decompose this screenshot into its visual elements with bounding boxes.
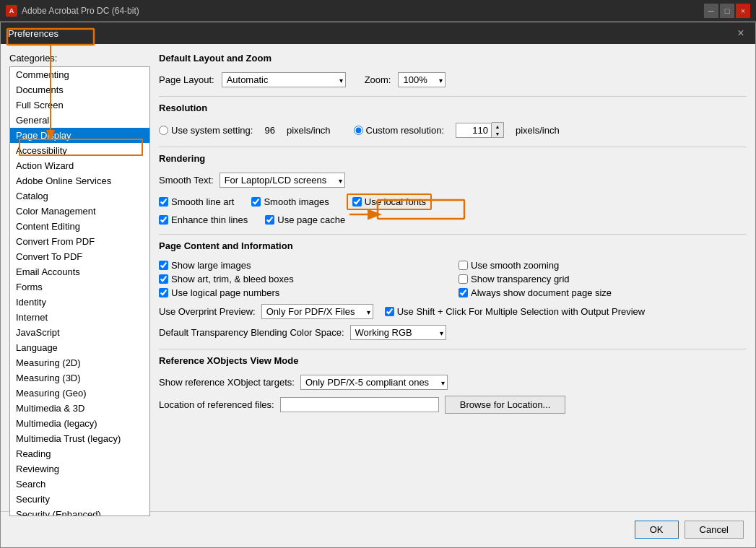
cat-measuring-3d[interactable]: Measuring (3D) bbox=[10, 370, 149, 386]
use-smooth-zooming-checkbox-label[interactable]: Use smooth zooming bbox=[459, 260, 747, 271]
smooth-line-art-checkbox[interactable] bbox=[159, 197, 168, 206]
overprint-label: Use Overprint Preview: bbox=[159, 306, 256, 317]
transparency-select-wrap[interactable]: Working RGB Working CMYK Document RGB Do… bbox=[350, 325, 446, 340]
cat-documents[interactable]: Documents bbox=[10, 82, 149, 97]
spinbox-up-button[interactable]: ▲ bbox=[492, 123, 503, 130]
cat-identity[interactable]: Identity bbox=[10, 295, 149, 310]
always-show-doc-page-size-checkbox-label[interactable]: Always show document page size bbox=[459, 287, 747, 298]
always-show-doc-page-size-checkbox[interactable] bbox=[459, 288, 468, 297]
browse-location-button[interactable]: Browse for Location... bbox=[445, 396, 566, 414]
smooth-images-checkbox-label[interactable]: Smooth images bbox=[251, 196, 329, 207]
transparency-select[interactable]: Working RGB Working CMYK Document RGB Do… bbox=[350, 325, 446, 340]
layout-section-title: Default Layout and Zoom bbox=[159, 53, 747, 66]
enhance-thin-lines-checkbox[interactable] bbox=[159, 215, 168, 225]
zoom-select-wrap[interactable]: 50% 75% 100% 125% 150% 200% bbox=[398, 72, 446, 87]
enhance-thin-lines-label: Enhance thin lines bbox=[171, 214, 248, 225]
zoom-select[interactable]: 50% 75% 100% 125% 150% 200% bbox=[398, 72, 446, 87]
page-layout-select-wrap[interactable]: Automatic Single Page Single Page Contin… bbox=[222, 72, 346, 87]
cat-reading[interactable]: Reading bbox=[10, 446, 149, 461]
cat-email-accounts[interactable]: Email Accounts bbox=[10, 264, 149, 279]
use-local-fonts-checkbox-label[interactable]: Use local fonts bbox=[347, 193, 432, 210]
preferences-dialog: Preferences × Categories: Commenting Doc… bbox=[0, 22, 756, 548]
cat-multimedia-trust-legacy[interactable]: Multimedia Trust (legacy) bbox=[10, 431, 149, 446]
cat-fullscreen[interactable]: Full Screen bbox=[10, 97, 149, 113]
cat-reviewing[interactable]: Reviewing bbox=[10, 461, 149, 477]
page-layout-select[interactable]: Automatic Single Page Single Page Contin… bbox=[222, 72, 346, 87]
smooth-text-row: Smooth Text: For Laptop/LCD screens None… bbox=[159, 173, 747, 188]
rendering-checkboxes-row2: Enhance thin lines Use page cache bbox=[159, 214, 747, 225]
show-art-trim-checkbox-label[interactable]: Show art, trim, & bleed boxes bbox=[159, 274, 447, 284]
cat-search[interactable]: Search bbox=[10, 477, 149, 492]
show-transparency-grid-checkbox[interactable] bbox=[459, 274, 468, 284]
custom-resolution-radio-label[interactable]: Custom resolution: bbox=[354, 125, 444, 136]
custom-resolution-input[interactable] bbox=[456, 123, 492, 138]
cat-measuring-geo[interactable]: Measuring (Geo) bbox=[10, 386, 149, 401]
system-setting-radio-label[interactable]: Use system setting: bbox=[159, 125, 253, 136]
ok-button[interactable]: OK bbox=[635, 521, 679, 539]
cat-multimedia-3d[interactable]: Multimedia & 3D bbox=[10, 401, 149, 416]
cat-content-editing[interactable]: Content Editing bbox=[10, 219, 149, 234]
resolution-section-title: Resolution bbox=[159, 103, 747, 116]
cat-internet[interactable]: Internet bbox=[10, 310, 149, 325]
dialog-close-button[interactable]: × bbox=[734, 26, 748, 40]
rendering-checkboxes-row1: Smooth line art Smooth images Use local … bbox=[159, 193, 747, 210]
system-setting-radio[interactable] bbox=[159, 126, 168, 135]
show-art-trim-checkbox[interactable] bbox=[159, 274, 168, 284]
cat-convert-from-pdf[interactable]: Convert From PDF bbox=[10, 234, 149, 249]
use-logical-page-numbers-label: Use logical page numbers bbox=[171, 287, 279, 298]
use-page-cache-checkbox[interactable] bbox=[265, 215, 274, 225]
minimize-button[interactable]: ─ bbox=[704, 4, 718, 18]
cat-forms[interactable]: Forms bbox=[10, 279, 149, 295]
use-logical-page-numbers-checkbox-label[interactable]: Use logical page numbers bbox=[159, 287, 447, 298]
categories-list[interactable]: Commenting Documents Full Screen General… bbox=[9, 66, 150, 516]
overprint-select[interactable]: Only For PDF/X Files Always Never bbox=[261, 304, 373, 319]
use-page-cache-checkbox-label[interactable]: Use page cache bbox=[265, 214, 345, 225]
use-logical-page-numbers-checkbox[interactable] bbox=[159, 288, 168, 297]
cat-multimedia-legacy[interactable]: Multimedia (legacy) bbox=[10, 416, 149, 431]
overprint-shift-click-checkbox-label[interactable]: Use Shift + Click For Multiple Selection… bbox=[385, 306, 646, 317]
rendering-section-title: Rendering bbox=[159, 153, 747, 167]
use-smooth-zooming-checkbox[interactable] bbox=[459, 261, 468, 270]
location-input[interactable] bbox=[280, 397, 439, 412]
cat-language[interactable]: Language bbox=[10, 340, 149, 355]
use-smooth-zooming-label: Use smooth zooming bbox=[471, 260, 559, 271]
cat-convert-to-pdf[interactable]: Convert To PDF bbox=[10, 249, 149, 264]
cat-commenting[interactable]: Commenting bbox=[10, 67, 149, 82]
cat-javascript[interactable]: JavaScript bbox=[10, 325, 149, 340]
smooth-text-label: Smooth Text: bbox=[159, 175, 214, 186]
smooth-text-select-wrap[interactable]: For Laptop/LCD screens None For Monitor … bbox=[220, 173, 345, 188]
cat-security-enhanced[interactable]: Security (Enhanced) bbox=[10, 507, 149, 516]
maximize-button[interactable]: □ bbox=[720, 4, 734, 18]
show-large-images-label: Show large images bbox=[171, 260, 251, 271]
overprint-select-wrap[interactable]: Only For PDF/X Files Always Never bbox=[261, 304, 373, 319]
cat-security[interactable]: Security bbox=[10, 492, 149, 507]
resolution-row: Use system setting: 96 pixels/inch Custo… bbox=[159, 122, 747, 138]
spinbox-down-button[interactable]: ▼ bbox=[492, 130, 503, 137]
cat-accessibility[interactable]: Accessibility bbox=[10, 143, 149, 158]
cat-adobe-online-services[interactable]: Adobe Online Services bbox=[10, 173, 149, 188]
smooth-line-art-checkbox-label[interactable]: Smooth line art bbox=[159, 196, 234, 207]
cancel-button[interactable]: Cancel bbox=[685, 521, 744, 539]
cat-catalog[interactable]: Catalog bbox=[10, 188, 149, 204]
custom-resolution-spinbox[interactable]: ▲ ▼ bbox=[456, 122, 504, 138]
cat-measuring-2d[interactable]: Measuring (2D) bbox=[10, 355, 149, 370]
cat-page-display[interactable]: Page Display bbox=[10, 128, 149, 143]
show-targets-select-wrap[interactable]: Only PDF/X-5 compliant ones Always Never bbox=[300, 375, 448, 390]
custom-resolution-radio[interactable] bbox=[354, 126, 363, 135]
show-large-images-checkbox-label[interactable]: Show large images bbox=[159, 260, 447, 271]
smooth-images-checkbox[interactable] bbox=[251, 197, 261, 206]
overprint-shift-click-checkbox[interactable] bbox=[385, 307, 394, 316]
location-row: Location of referenced files: Browse for… bbox=[159, 396, 747, 414]
cat-color-management[interactable]: Color Management bbox=[10, 204, 149, 219]
dialog-titlebar: Preferences × bbox=[1, 22, 755, 44]
show-large-images-checkbox[interactable] bbox=[159, 261, 168, 270]
use-local-fonts-checkbox[interactable] bbox=[352, 197, 362, 206]
cat-action-wizard[interactable]: Action Wizard bbox=[10, 158, 149, 173]
show-targets-label: Show reference XObject targets: bbox=[159, 377, 295, 388]
show-targets-select[interactable]: Only PDF/X-5 compliant ones Always Never bbox=[300, 375, 448, 390]
smooth-text-select[interactable]: For Laptop/LCD screens None For Monitor … bbox=[220, 173, 345, 188]
enhance-thin-lines-checkbox-label[interactable]: Enhance thin lines bbox=[159, 214, 248, 225]
window-close-button[interactable]: × bbox=[736, 4, 750, 18]
show-transparency-grid-checkbox-label[interactable]: Show transparency grid bbox=[459, 274, 747, 284]
cat-general[interactable]: General bbox=[10, 113, 149, 128]
